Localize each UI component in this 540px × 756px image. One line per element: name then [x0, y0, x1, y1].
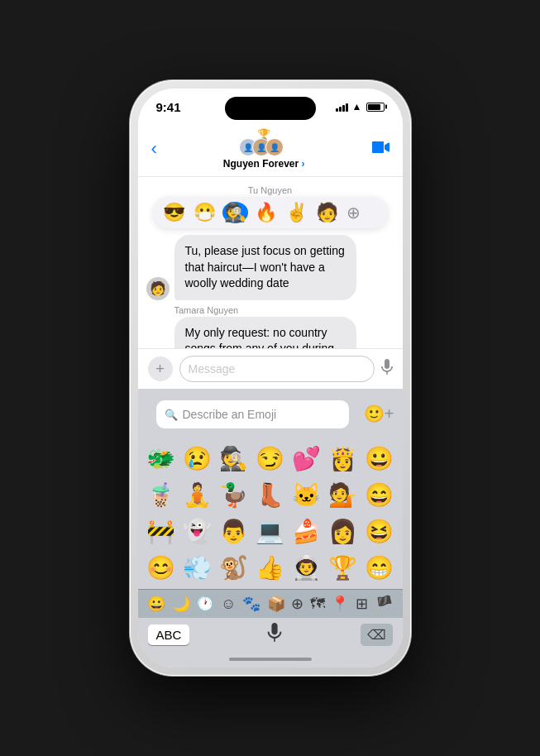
sender-label-tu: Tu Nguyen: [146, 182, 394, 197]
toolbar-emoji-icon[interactable]: 😀: [147, 595, 165, 613]
emoji-astronaut[interactable]: 👨‍🚀: [289, 549, 325, 586]
status-icons: ▲: [336, 101, 385, 112]
messages-area: Tu Nguyen 😎 😷 🕵️ 🔥 ✌️ 🧑 ⊕: [138, 177, 403, 348]
toolbar-plus-icon[interactable]: ⊕: [291, 595, 303, 613]
search-icon: 🔍: [165, 409, 178, 421]
delete-icon: ⌫: [367, 628, 386, 642]
toolbar-grid-icon[interactable]: ⊞: [356, 595, 368, 613]
emoji-cone[interactable]: 🚧: [143, 513, 179, 549]
emoji-keyboard: 🔍 Describe an Emoji 🙂+ 🐲 😢 🕵️ 😏 💕 👸 😀: [138, 389, 403, 667]
bubble-text-1: Tu, please just focus on getting that ha…: [185, 244, 345, 289]
message-placeholder: Message: [189, 362, 236, 376]
nav-header: ‹ 🏆 👤 👤 👤 Nguyen Forever ›: [138, 125, 403, 177]
signal-bar-4: [346, 103, 348, 112]
reaction-emoji-1[interactable]: 😷: [192, 202, 217, 223]
emoji-monkey[interactable]: 🐒: [216, 549, 252, 586]
toolbar-pin-icon[interactable]: 📍: [331, 595, 349, 613]
reaction-emoji-4[interactable]: ✌️: [284, 202, 309, 223]
video-call-button[interactable]: [371, 141, 389, 158]
home-bar: [229, 658, 312, 661]
emoji-princess[interactable]: 👸: [325, 440, 361, 476]
phone-screen: 9:41 ▲ ‹: [138, 89, 403, 667]
emoji-cat[interactable]: 🐱: [289, 476, 325, 513]
back-button[interactable]: ‹: [151, 138, 157, 160]
bubble-received-1: Tu, please just focus on getting that ha…: [174, 235, 356, 300]
toolbar-map-icon[interactable]: 🗺: [310, 596, 325, 613]
reaction-emoji-3[interactable]: 🔥: [253, 202, 279, 223]
group-avatars: 🏆 👤 👤 👤: [239, 128, 289, 158]
emoji-reaction-bar[interactable]: 😎 😷 🕵️ 🔥 ✌️ 🧑 ⊕: [153, 197, 388, 228]
abc-label: ABC: [156, 628, 182, 642]
plus-icon: +: [155, 361, 165, 378]
emoji-woman-curly[interactable]: 👩: [325, 513, 361, 549]
signal-bar-3: [342, 105, 345, 112]
group-name-text: Nguyen Forever: [223, 158, 299, 170]
toolbar-moon-icon[interactable]: 🌙: [172, 595, 190, 613]
group-name-arrow: ›: [299, 158, 304, 170]
add-attachment-button[interactable]: +: [148, 356, 173, 381]
emoji-smile[interactable]: 😄: [361, 476, 398, 513]
emoji-cloud[interactable]: 💨: [179, 549, 216, 586]
reaction-emoji-0[interactable]: 😎: [161, 202, 187, 223]
emoji-wink[interactable]: 😏: [252, 440, 289, 476]
toolbar-face-icon[interactable]: ☺️: [221, 596, 236, 613]
emoji-sticker-button[interactable]: 🙂+: [364, 404, 394, 423]
keyboard-bottom-bar: ABC ⌫: [138, 618, 403, 651]
emoji-spy[interactable]: 🕵️: [216, 440, 252, 476]
dynamic-island: [225, 97, 316, 120]
battery-fill: [368, 104, 380, 110]
message-row-2: 👨 My only request: no country songs from…: [146, 317, 394, 348]
kb-mic-icon: [267, 623, 282, 643]
reaction-add-button[interactable]: ⊕: [346, 203, 361, 222]
phone-frame: 9:41 ▲ ‹: [130, 80, 411, 676]
emoji-search-container: 🔍 Describe an Emoji 🙂+: [138, 389, 403, 437]
wifi-icon: ▲: [352, 101, 362, 112]
mic-button[interactable]: [381, 359, 393, 379]
emoji-man-dark[interactable]: 👨: [216, 513, 252, 549]
reaction-emoji-5[interactable]: 🧑: [314, 202, 340, 223]
message-row-1: 🧑 Tu, please just focus on getting that …: [146, 235, 394, 300]
emoji-thumbsup[interactable]: 👍: [252, 549, 289, 586]
messages-container: Tu Nguyen 😎 😷 🕵️ 🔥 ✌️ 🧑 ⊕: [138, 177, 403, 348]
delete-button[interactable]: ⌫: [361, 624, 393, 646]
emoji-boba[interactable]: 🧋: [143, 476, 179, 513]
abc-button[interactable]: ABC: [148, 624, 190, 645]
emoji-ghost[interactable]: 👻: [179, 513, 216, 549]
mic-keyboard-button[interactable]: [267, 623, 282, 646]
toolbar-clock-icon[interactable]: 🕐: [196, 595, 214, 613]
sender-label-tamara: Tamara Nguyen: [174, 305, 394, 315]
toolbar-flag-icon[interactable]: 🏴: [375, 595, 393, 613]
signal-bars: [336, 102, 348, 112]
emoji-crying[interactable]: 😢: [179, 440, 216, 476]
emoji-hearts[interactable]: 💕: [289, 440, 325, 476]
reaction-emoji-2[interactable]: 🕵️: [222, 202, 248, 223]
emoji-beaming[interactable]: 😁: [361, 549, 398, 586]
emoji-boots[interactable]: 👢: [252, 476, 289, 513]
signal-bar-1: [336, 108, 338, 112]
message-input[interactable]: Message: [179, 356, 375, 382]
emoji-person-tipping[interactable]: 💁: [325, 476, 361, 513]
toolbar-box-icon[interactable]: 📦: [267, 595, 285, 613]
emoji-laptop[interactable]: 💻: [252, 513, 289, 549]
reaction-bar-container: 😎 😷 🕵️ 🔥 ✌️ 🧑 ⊕: [146, 197, 394, 228]
content-area: ‹ 🏆 👤 👤 👤 Nguyen Forever ›: [138, 125, 403, 667]
bubble-received-2: My only request: no country songs from a…: [174, 317, 356, 348]
emoji-grin[interactable]: 😀: [361, 440, 398, 476]
group-name[interactable]: Nguyen Forever ›: [223, 158, 305, 170]
group-info[interactable]: 🏆 👤 👤 👤 Nguyen Forever ›: [223, 128, 305, 170]
emoji-duck[interactable]: 🦆: [216, 476, 252, 513]
message-input-bar: + Message: [138, 348, 403, 389]
emoji-yoga[interactable]: 🧘: [179, 476, 216, 513]
toolbar-paw-icon[interactable]: 🐾: [242, 595, 260, 613]
emoji-grid: 🐲 😢 🕵️ 😏 💕 👸 😀 🧋 🧘 🦆 👢 🐱 💁 😄: [138, 437, 403, 589]
emoji-search-bar[interactable]: 🔍 Describe an Emoji: [156, 400, 349, 428]
emoji-relieved[interactable]: 😊: [143, 549, 179, 586]
emoji-dragon[interactable]: 🐲: [143, 440, 179, 476]
status-time: 9:41: [156, 100, 181, 114]
bubble-text-2: My only request: no country songs from a…: [185, 326, 335, 348]
battery-icon: [366, 103, 385, 112]
emoji-cake[interactable]: 🍰: [289, 513, 325, 549]
avatar-sender-1: 🧑: [146, 277, 170, 300]
emoji-trophy[interactable]: 🏆: [325, 549, 361, 586]
emoji-laugh[interactable]: 😆: [361, 513, 398, 549]
